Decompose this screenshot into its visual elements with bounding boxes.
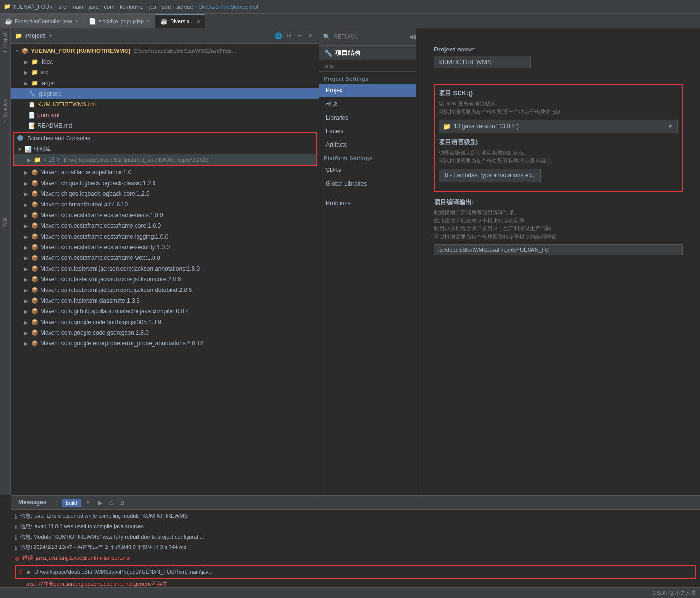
settings-icon[interactable]: ⚙: [285, 32, 293, 40]
tree-idea[interactable]: ▶ 📁 .idea: [11, 56, 319, 67]
project-name-field[interactable]: KUMHOTIREWMS: [434, 56, 531, 68]
expand-all-icon[interactable]: ⊞: [120, 499, 124, 506]
minus-icon[interactable]: −: [295, 32, 304, 40]
maven-icon: 📦: [31, 297, 38, 304]
tree-maven-15[interactable]: ▶ 📦 Maven: com.google.code.gson:gson:2.8…: [11, 327, 319, 338]
tab-close-exception[interactable]: ✕: [75, 18, 79, 24]
maven-icon: 📦: [31, 265, 38, 272]
tab-diversion[interactable]: ☕ Diversio... ✕: [155, 14, 205, 28]
error-detail-row[interactable]: ⊗ ▶ D:\workspace\doubleStar\WMSJavaProje…: [15, 565, 696, 579]
tree-item-label: Maven: com.ecstaframe:ecstaframe-basis:1…: [40, 212, 163, 219]
tree-maven-12[interactable]: ▶ 📦 Maven: com.fasterxml.classmate:1.3.3: [11, 295, 319, 306]
breadcrumb-impl[interactable]: DiversionTireServiceImpl: [199, 4, 258, 10]
tree-iml[interactable]: 📋 KUMHOTIREWMS.iml: [11, 99, 319, 110]
sdk-dropdown[interactable]: 📁 13 (java version "13.0.2") ▼: [439, 120, 678, 133]
maven-icon: 📦: [31, 340, 38, 347]
breadcrumb-yuenan[interactable]: YUENAN_FOUR: [13, 4, 53, 10]
jsp-file-icon: 📄: [89, 18, 96, 25]
project-panel-title: Project: [25, 33, 45, 39]
info-icon-1: ℹ: [15, 522, 17, 532]
gitignore-icon: 🔧: [28, 90, 35, 97]
tree-maven-13[interactable]: ▶ 📦 Maven: com.github.spullara.mustache.…: [11, 306, 319, 317]
maven-icon: 📦: [31, 222, 38, 229]
tree-gitignore[interactable]: 🔧 .gitignore: [11, 88, 319, 99]
tree-maven-3[interactable]: ▶ 📦 Maven: cn.hutool:hutool-all:4.6.10: [11, 199, 319, 210]
tree-item-label: README.md: [37, 122, 72, 129]
warning-icon[interactable]: ⚠: [108, 499, 114, 506]
build-tab-close[interactable]: ✕: [86, 499, 90, 506]
tree-maven-10[interactable]: ▶ 📦 Maven: com.fasterxml.jackson.core:ja…: [11, 274, 319, 285]
strip-label-project[interactable]: 1: Project: [1, 31, 9, 55]
settings-item-modules[interactable]: 模块: [319, 97, 416, 111]
settings-item-sdks[interactable]: SDKs: [319, 163, 416, 177]
tree-readme[interactable]: 📝 README.md: [11, 120, 319, 131]
breadcrumb-java[interactable]: java: [89, 4, 99, 10]
tree-pom[interactable]: 📄 pom.xml: [11, 110, 319, 120]
tree-maven-16[interactable]: ▶ 📦 Maven: com.google.errorprone:error_p…: [11, 338, 319, 349]
tab-stockno-popup[interactable]: 📄 stockNo_popup.jsp ✕: [84, 14, 156, 28]
build-tab[interactable]: Build: [62, 499, 81, 507]
tree-arrow: ▶: [24, 277, 29, 282]
project-dropdown-arrow[interactable]: ▼: [48, 33, 53, 39]
tab-close-stockno[interactable]: ✕: [146, 18, 150, 24]
tree-maven-0[interactable]: ▶ 📦 Maven: aopalliance:aopalliance:1.0: [11, 167, 319, 178]
output-path-field[interactable]: ice\doubleStar\WMSJavaProject\YUENAN_FO: [434, 244, 683, 255]
tree-maven-1[interactable]: ▶ 📦 Maven: ch.qos.logback:logback-classi…: [11, 178, 319, 188]
settings-panel: 🔍 ◀ ▶ ✕ ↑ ↓ ⚙ ⊕ 🔧 项目结构 ◀ ▶ Project Setti…: [319, 28, 416, 495]
messages-header: Messages : Build ✕ ▶ ⚠ ⊞: [11, 496, 700, 510]
strip-label-structure[interactable]: 7: Structure: [1, 96, 9, 125]
properties-panel: Project name: KUMHOTIREWMS 项目 SDK:() 该 S…: [416, 28, 700, 495]
tree-maven-7[interactable]: ▶ 📦 Maven: com.ecstaframe:ecstaframe-sec…: [11, 242, 319, 253]
nav-forward-icon[interactable]: ▶: [330, 63, 335, 69]
project-tree: ▼ 📦 YUENAN_FOUR [KUMHOTIREWMS] D:\worksp…: [11, 44, 319, 495]
lang-level-badge[interactable]: 8 - Lambdas, type annotations etc.: [439, 169, 541, 182]
close-panel-icon[interactable]: ✕: [306, 32, 315, 40]
back-icon[interactable]: ◀: [409, 34, 413, 40]
tree-external-libs[interactable]: ▼ 📊 外部库: [14, 144, 316, 154]
src-folder-icon: 📁: [31, 69, 38, 76]
breadcrumb-job[interactable]: job: [149, 4, 156, 10]
sdk-dropdown-value: 13 (java version "13.0.2"): [454, 123, 665, 130]
maven-icon: 📦: [31, 169, 38, 176]
tree-maven-14[interactable]: ▶ 📦 Maven: com.google.code.findbugs:jsr3…: [11, 317, 319, 327]
problems-section: Problems: [319, 196, 416, 210]
breadcrumb-kumhotire[interactable]: kumhotire: [120, 4, 143, 10]
tree-maven-5[interactable]: ▶ 📦 Maven: com.ecstaframe:ecstaframe-cor…: [11, 221, 319, 231]
run-icon[interactable]: ▶: [98, 499, 102, 506]
tree-scratches[interactable]: Scratches and Consoles: [14, 133, 316, 144]
tree-maven-2[interactable]: ▶ 📦 Maven: ch.qos.logback:logback-core:1…: [11, 188, 319, 199]
tree-root[interactable]: ▼ 📦 YUENAN_FOUR [KUMHOTIREWMS] D:\worksp…: [11, 46, 319, 56]
search-bar: 🔍 ◀ ▶ ✕ ↑ ↓ ⚙ ⊕: [319, 28, 416, 46]
nav-row: ◀ ▶: [319, 60, 416, 72]
breadcrumb-bar: 📁 YUENAN_FOUR › src › main › java › com …: [0, 0, 700, 14]
tab-close-diversion[interactable]: ✕: [196, 19, 200, 24]
tree-target[interactable]: ▶ 📁 target: [11, 78, 319, 88]
strip-label-web[interactable]: Web: [1, 215, 9, 229]
breadcrumb-sort[interactable]: sort: [162, 4, 171, 10]
tree-maven-8[interactable]: ▶ 📦 Maven: com.ecstaframe:ecstaframe-web…: [11, 253, 319, 263]
breadcrumb-main[interactable]: main: [71, 4, 83, 10]
search-input[interactable]: [333, 34, 406, 40]
settings-item-problems[interactable]: Problems: [319, 196, 416, 210]
settings-item-project[interactable]: Project: [319, 84, 416, 97]
tree-arrow: ▶: [24, 245, 29, 250]
breadcrumb-service[interactable]: service: [176, 4, 193, 10]
info-icon-0: ℹ: [15, 512, 17, 522]
globe-icon[interactable]: 🌐: [274, 32, 283, 40]
settings-item-facets[interactable]: Facets: [319, 124, 416, 138]
tree-maven-6[interactable]: ▶ 📦 Maven: com.ecstaframe:ecstaframe-log…: [11, 231, 319, 242]
tab-exception-controller[interactable]: ☕ ExceptionController.java ✕: [0, 14, 84, 28]
tree-maven-11[interactable]: ▶ 📦 Maven: com.fasterxml.jackson.core:ja…: [11, 285, 319, 295]
maven-icon: 📦: [31, 190, 38, 197]
nav-back-icon[interactable]: ◀: [324, 63, 328, 69]
tree-maven-4[interactable]: ▶ 📦 Maven: com.ecstaframe:ecstaframe-bas…: [11, 210, 319, 221]
tree-jdk[interactable]: ▶ 📁 < 13 > D:\workspace\doubleStar\insta…: [14, 154, 316, 165]
tree-src[interactable]: ▶ 📁 src: [11, 67, 319, 78]
settings-item-libraries[interactable]: Libraries: [319, 111, 416, 124]
tree-maven-9[interactable]: ▶ 📦 Maven: com.fasterxml.jackson.core:ja…: [11, 263, 319, 274]
settings-item-artifacts[interactable]: Artifacts: [319, 138, 416, 152]
tree-arrow: ▶: [24, 330, 29, 336]
breadcrumb-src[interactable]: src: [59, 4, 66, 10]
breadcrumb-com[interactable]: com: [104, 4, 115, 10]
settings-item-global-libs[interactable]: Global Libraries: [319, 177, 416, 190]
